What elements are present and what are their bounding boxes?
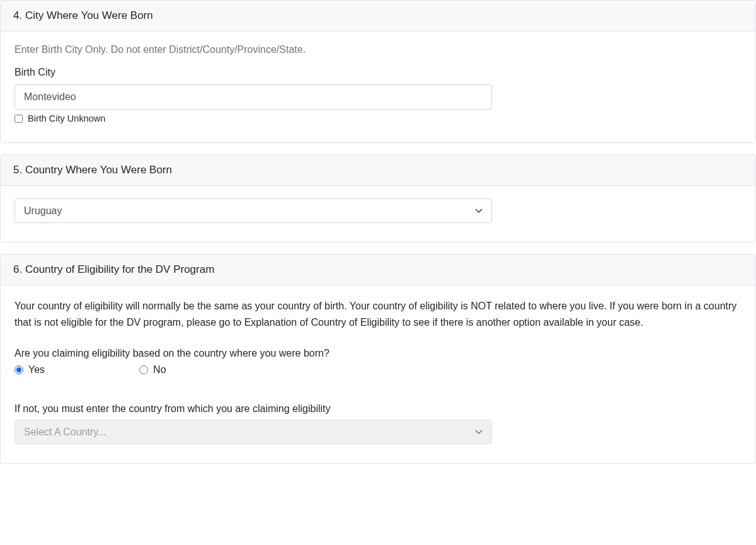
section-birth-country-header: 5. Country Where You Were Born bbox=[1, 155, 755, 186]
eligibility-no-label[interactable]: No bbox=[153, 364, 166, 376]
section-birth-city-header: 4. City Where You Were Born bbox=[1, 1, 755, 32]
eligibility-info-text: Your country of eligibility will normall… bbox=[14, 298, 742, 330]
birth-city-unknown-label[interactable]: Birth City Unknown bbox=[28, 113, 105, 123]
section-birth-country: 5. Country Where You Were Born Uruguay bbox=[0, 154, 756, 243]
section-eligibility: 6. Country of Eligibility for the DV Pro… bbox=[0, 254, 756, 464]
birth-city-label: Birth City bbox=[14, 67, 742, 78]
eligibility-country-select: Select A Country... bbox=[14, 420, 492, 444]
section-eligibility-header: 6. Country of Eligibility for the DV Pro… bbox=[1, 255, 755, 285]
eligibility-yes-label[interactable]: Yes bbox=[28, 364, 45, 376]
eligibility-radio-group: Yes No bbox=[14, 364, 742, 376]
eligibility-country-label: If not, you must enter the country from … bbox=[14, 403, 742, 415]
eligibility-yes-radio[interactable] bbox=[14, 365, 23, 374]
birth-country-select[interactable]: Uruguay bbox=[14, 198, 492, 223]
birth-city-help-text: Enter Birth City Only. Do not enter Dist… bbox=[14, 44, 742, 55]
birth-city-unknown-checkbox[interactable] bbox=[14, 115, 23, 123]
section-birth-city: 4. City Where You Were Born Enter Birth … bbox=[0, 0, 756, 143]
eligibility-question-label: Are you claiming eligibility based on th… bbox=[14, 348, 742, 359]
eligibility-no-radio[interactable] bbox=[139, 365, 148, 374]
birth-city-input[interactable] bbox=[14, 84, 492, 110]
